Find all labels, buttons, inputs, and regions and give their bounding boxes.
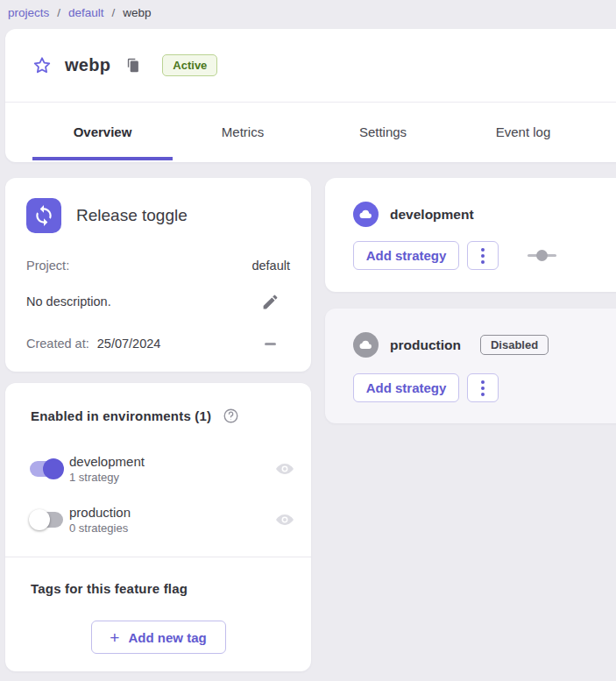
created-group: Created at: 25/07/2024 <box>26 337 160 351</box>
project-row: Project: default <box>26 255 290 276</box>
help-icon[interactable] <box>223 408 239 424</box>
created-value: 25/07/2024 <box>97 337 161 351</box>
plus-icon: + <box>110 629 119 646</box>
add-new-tag-label: Add new tag <box>128 630 206 645</box>
breadcrumb-separator: / <box>57 6 60 19</box>
release-toggle-card: Release toggle Project: default No descr… <box>5 178 311 372</box>
edit-pencil-icon[interactable] <box>261 293 280 311</box>
environments-title: Enabled in environments (1) <box>31 408 211 423</box>
section-divider <box>5 557 311 557</box>
breadcrumb-separator: / <box>112 6 116 19</box>
breadcrumb-current: webp <box>123 6 151 19</box>
strategy-connector-icon <box>527 250 556 261</box>
production-environment-panel: production Disabled Add strategy <box>325 309 616 423</box>
add-new-tag-button[interactable]: + Add new tag <box>91 621 226 654</box>
tab-settings[interactable]: Settings <box>313 103 453 160</box>
environment-name: development <box>69 454 145 469</box>
add-strategy-button[interactable]: Add strategy <box>353 373 459 402</box>
development-toggle[interactable] <box>29 458 64 479</box>
cloud-icon <box>353 202 379 227</box>
environments-card: Enabled in environments (1) development … <box>5 383 311 671</box>
breadcrumb-link-projects[interactable]: projects <box>8 6 49 19</box>
kebab-menu-icon[interactable] <box>467 241 499 270</box>
description-row: No description. <box>26 291 290 312</box>
environment-panel-name: development <box>390 207 474 223</box>
created-row: Created at: 25/07/2024 <box>26 333 290 354</box>
tab-metrics[interactable]: Metrics <box>173 103 313 160</box>
production-toggle[interactable] <box>29 509 64 530</box>
favorite-star-icon[interactable] <box>32 55 53 76</box>
panel-actions: Add strategy <box>353 241 556 270</box>
environment-labels: development 1 strategy <box>69 454 145 484</box>
environment-strategy-count: 1 strategy <box>69 471 145 484</box>
eye-icon[interactable] <box>275 459 294 479</box>
status-badge: Active <box>162 54 217 76</box>
cloud-icon <box>353 332 379 358</box>
environment-row-development: development 1 strategy <box>29 448 294 490</box>
tab-overview[interactable]: Overview <box>32 103 173 160</box>
development-environment-panel: development Add strategy <box>325 178 616 292</box>
add-strategy-button[interactable]: Add strategy <box>353 241 459 270</box>
project-value: default <box>251 259 290 273</box>
panel-header: development <box>353 202 474 227</box>
copy-icon[interactable] <box>125 57 140 74</box>
title-row: webp Active <box>5 29 616 103</box>
description-text: No description. <box>26 294 111 309</box>
feature-header-card: webp Active Overview Metrics Settings Ev… <box>5 29 616 162</box>
disabled-badge: Disabled <box>480 335 549 355</box>
flag-type-title: Release toggle <box>76 206 188 225</box>
panel-header: production Disabled <box>353 332 549 358</box>
project-label: Project: <box>26 259 69 273</box>
panel-actions: Add strategy <box>353 373 499 402</box>
environment-labels: production 0 strategies <box>69 505 131 535</box>
release-toggle-header: Release toggle <box>26 198 188 233</box>
environment-panel-name: production <box>390 337 461 353</box>
eye-icon[interactable] <box>275 510 294 529</box>
sync-icon <box>26 198 61 233</box>
dash-icon <box>265 343 276 345</box>
breadcrumb: projects / default / webp <box>8 0 152 25</box>
environment-strategy-count: 0 strategies <box>69 521 131 535</box>
tab-bar: Overview Metrics Settings Event log <box>5 103 616 160</box>
kebab-menu-icon[interactable] <box>467 373 499 402</box>
environment-row-production: production 0 strategies <box>29 499 294 541</box>
tab-event-log[interactable]: Event log <box>453 103 593 160</box>
tags-title: Tags for this feature flag <box>31 581 188 596</box>
page-title: webp <box>65 55 110 75</box>
environments-title-row: Enabled in environments (1) <box>31 408 239 424</box>
created-label: Created at: <box>26 337 89 351</box>
environment-name: production <box>69 505 131 520</box>
breadcrumb-link-default[interactable]: default <box>68 6 104 19</box>
